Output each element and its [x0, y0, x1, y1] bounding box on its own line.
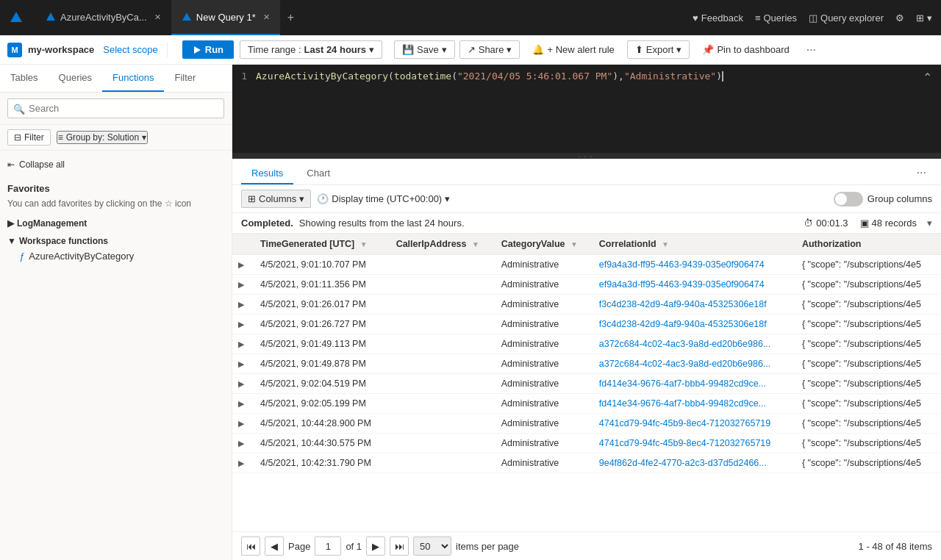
- collapse-all-button[interactable]: ⇤ Collapse all: [7, 157, 224, 176]
- row-expand-icon[interactable]: ▶: [238, 359, 248, 368]
- row-expand-btn[interactable]: ▶: [232, 315, 254, 334]
- row-expand-icon[interactable]: ▶: [238, 300, 248, 309]
- group-columns-toggle[interactable]: [834, 192, 863, 207]
- clock-icon: 🕐: [317, 193, 329, 204]
- settings-button[interactable]: ⚙: [895, 12, 904, 24]
- sidebar-tab-tables[interactable]: Tables: [0, 65, 49, 92]
- row-time-1: 4/5/2021, 9:01:11.356 PM: [254, 275, 390, 295]
- more-options-button[interactable]: ···: [802, 40, 820, 60]
- row-expand-icon[interactable]: ▶: [238, 260, 248, 269]
- code-close-paren: ): [716, 71, 722, 82]
- tab-close-azure[interactable]: ✕: [154, 12, 161, 22]
- display-time-button[interactable]: 🕐 Display time (UTC+00:00) ▾: [317, 193, 450, 204]
- row-expand-btn[interactable]: ▶: [232, 453, 254, 473]
- group-by-label: Group by: Solution: [66, 132, 139, 143]
- group-by-button[interactable]: ≡ Group by: Solution ▾: [57, 131, 148, 144]
- col-correlation-filter-icon[interactable]: ▼: [662, 240, 669, 248]
- expand-results-button[interactable]: ▾: [927, 218, 932, 229]
- log-management-chevron-icon: ▶: [7, 218, 14, 229]
- prev-page-button[interactable]: ◀: [265, 536, 284, 556]
- results-tab-results[interactable]: Results: [241, 163, 293, 184]
- row-expand-btn[interactable]: ▶: [232, 374, 254, 394]
- svg-marker-2: [182, 12, 191, 21]
- row-expand-btn[interactable]: ▶: [232, 275, 254, 295]
- last-page-button[interactable]: ⏭: [390, 536, 409, 556]
- new-alert-button[interactable]: 🔔 + New alert rule: [524, 40, 622, 59]
- col-caller-filter-icon[interactable]: ▼: [472, 240, 479, 248]
- row-expand-icon[interactable]: ▶: [238, 320, 248, 329]
- display-time-label: Display time (UTC+00:00): [332, 193, 442, 204]
- page-input[interactable]: [315, 536, 341, 556]
- row-expand-icon[interactable]: ▶: [238, 340, 248, 348]
- row-expand-btn[interactable]: ▶: [232, 394, 254, 414]
- save-button[interactable]: 💾 Save ▾: [394, 40, 455, 59]
- workspace-icon: M: [7, 43, 22, 57]
- sidebar-tab-filter[interactable]: Filter: [164, 65, 206, 92]
- queries-button[interactable]: ≡ Queries: [755, 12, 797, 24]
- code-editor[interactable]: 1 AzureActivityByCategory(todatetime("20…: [232, 65, 941, 153]
- export-button[interactable]: ⬆ Export ▾: [627, 40, 690, 59]
- search-icon: 🔍: [13, 103, 25, 114]
- row-expand-btn[interactable]: ▶: [232, 295, 254, 315]
- results-tab-label: Results: [251, 168, 283, 179]
- results-more-button[interactable]: ···: [911, 166, 932, 179]
- group-columns-label: Group columns: [867, 193, 932, 204]
- tab-azure-activity[interactable]: AzureActivityByCa... ✕: [35, 0, 171, 35]
- timing-badge: ⏱ 00:01.3: [804, 218, 848, 229]
- row-expand-icon[interactable]: ▶: [238, 419, 248, 428]
- save-chevron-icon: ▾: [442, 44, 447, 55]
- col-correlation-label: CorrelationId: [599, 239, 656, 249]
- filter-button[interactable]: ⊟ Filter: [7, 129, 51, 146]
- select-scope-button[interactable]: Select scope: [103, 44, 157, 55]
- workspace-functions-toggle[interactable]: ▼ Workspace functions: [7, 234, 224, 248]
- row-time-7: 4/5/2021, 9:02:05.199 PM: [254, 394, 390, 414]
- first-page-button[interactable]: ⏮: [241, 536, 260, 556]
- expand-button[interactable]: ⊞ ▾: [916, 12, 932, 24]
- row-expand-icon[interactable]: ▶: [238, 439, 248, 448]
- pin-dashboard-button[interactable]: 📌 Pin to dashboard: [694, 40, 797, 59]
- row-expand-btn[interactable]: ▶: [232, 434, 254, 453]
- tab-new-query[interactable]: New Query 1* ✕: [171, 0, 280, 35]
- sidebar-tab-functions[interactable]: Functions: [102, 65, 164, 92]
- row-expand-icon[interactable]: ▶: [238, 459, 248, 467]
- row-category-2: Administrative: [495, 295, 593, 315]
- row-category-3: Administrative: [495, 315, 593, 334]
- share-button[interactable]: ↗ Share ▾: [459, 40, 520, 59]
- row-category-5: Administrative: [495, 354, 593, 374]
- log-management-toggle[interactable]: ▶ LogManagement: [7, 216, 224, 231]
- row-correlation-2: f3c4d238-42d9-4af9-940a-45325306e18f: [593, 295, 796, 315]
- records-badge: ▣ 48 records: [860, 218, 917, 229]
- results-tab-chart[interactable]: Chart: [296, 163, 340, 184]
- sidebar-tab-queries[interactable]: Queries: [49, 65, 103, 92]
- row-expand-btn[interactable]: ▶: [232, 334, 254, 354]
- workspace-functions-title: Workspace functions: [19, 236, 108, 246]
- new-tab-button[interactable]: +: [280, 0, 301, 35]
- search-input[interactable]: [7, 98, 224, 118]
- row-expand-icon[interactable]: ▶: [238, 280, 248, 289]
- function-item-azure-activity[interactable]: ƒ AzureActivityByCategory: [7, 248, 224, 264]
- row-expand-btn[interactable]: ▶: [232, 255, 254, 275]
- editor-collapse-button[interactable]: ⌃: [923, 71, 932, 85]
- columns-button[interactable]: ⊞ Columns ▾: [241, 190, 311, 208]
- chart-tab-label: Chart: [307, 168, 330, 179]
- tab-icon-azure: [46, 12, 56, 22]
- feedback-button[interactable]: ♥ Feedback: [693, 12, 743, 24]
- filter-icon: ⊟: [14, 132, 21, 143]
- row-expand-icon[interactable]: ▶: [238, 399, 248, 408]
- row-expand-btn[interactable]: ▶: [232, 414, 254, 434]
- tab-close-new-query[interactable]: ✕: [263, 12, 270, 22]
- line-number: 1: [238, 71, 256, 82]
- editor-resize-handle[interactable]: ···: [232, 153, 941, 159]
- results-tab-actions: ···: [911, 166, 932, 182]
- row-expand-icon[interactable]: ▶: [238, 379, 248, 388]
- items-per-page-select[interactable]: 50 100 200: [413, 536, 451, 556]
- next-page-button[interactable]: ▶: [366, 536, 385, 556]
- code-datetime-string: "2021/04/05 5:46:01.067 PM": [457, 71, 612, 82]
- col-time-filter-icon[interactable]: ▼: [360, 240, 368, 248]
- row-expand-btn[interactable]: ▶: [232, 354, 254, 374]
- run-button[interactable]: Run: [182, 40, 234, 59]
- query-explorer-button[interactable]: ◫ Query explorer: [809, 12, 884, 24]
- row-auth-9: { "scope": "/subscriptions/4e5: [796, 434, 941, 453]
- col-category-filter-icon[interactable]: ▼: [570, 240, 578, 248]
- time-range-button[interactable]: Time range : Last 24 hours ▾: [240, 40, 382, 59]
